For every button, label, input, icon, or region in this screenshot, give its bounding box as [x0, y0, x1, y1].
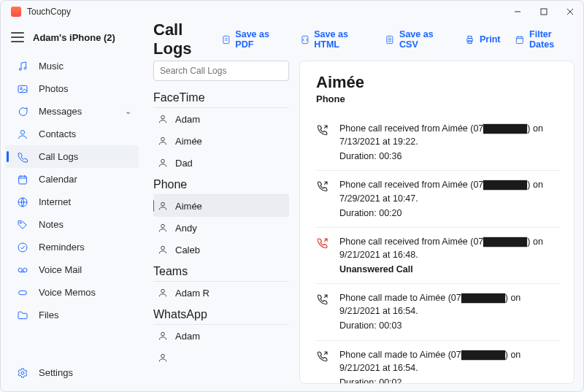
- call-log-text: Phone call received from Aimée (07▇▇▇▇▇▇…: [339, 122, 561, 148]
- contact-row[interactable]: Caleb: [153, 239, 289, 261]
- sidebar-item-label: Internet: [39, 196, 71, 207]
- sidebar-item-label: Files: [39, 310, 58, 320]
- minimize-button[interactable]: [504, 1, 531, 23]
- svg-point-25: [161, 137, 165, 141]
- sidebar-item-photos[interactable]: Photos: [5, 77, 139, 100]
- contact-group-header: Phone: [153, 174, 289, 195]
- call-log-body: Phone call received from Aimée (07▇▇▇▇▇▇…: [339, 235, 561, 276]
- page-title: Call Logs: [153, 20, 221, 58]
- memo-icon: [17, 287, 28, 299]
- save-pdf-button[interactable]: Save as PDF: [221, 29, 285, 50]
- app-logo-icon: [11, 7, 21, 17]
- action-label: Save as HTML: [314, 29, 370, 50]
- contact-row[interactable]: Adam: [153, 108, 289, 130]
- call-log-extra: Duration: 00:36: [339, 150, 561, 163]
- call-log-text: Phone call made to Aimée (07▇▇▇▇▇▇) on 9…: [339, 348, 561, 374]
- sidebar-item-label: Messages: [39, 106, 82, 117]
- contact-row[interactable]: Adam R: [153, 282, 289, 304]
- contact-row[interactable]: [153, 347, 289, 369]
- call-log-text: Phone call made to Aimée (07▇▇▇▇▇▇) on 9…: [339, 291, 561, 318]
- maximize-button[interactable]: [531, 1, 557, 23]
- contact-name: Dad: [175, 158, 193, 169]
- sidebar-item-messages[interactable]: Messages⌄: [5, 100, 139, 123]
- call-log-body: Phone call received from Aimée (07▇▇▇▇▇▇…: [339, 178, 561, 219]
- folder-icon: [17, 310, 28, 321]
- person-icon: [158, 158, 168, 168]
- contact-row[interactable]: Andy: [153, 217, 289, 239]
- svg-rect-23: [517, 36, 523, 43]
- call-out-icon: [316, 293, 329, 306]
- call-log-text: Phone call received from Aimée (07▇▇▇▇▇▇…: [339, 235, 561, 261]
- detail-contact-name: Aimée: [316, 73, 561, 92]
- contact-row[interactable]: Aimée: [153, 195, 289, 217]
- svg-point-29: [161, 246, 165, 250]
- content-row: FaceTimeAdamAiméeDadPhoneAiméeAndyCalebT…: [153, 56, 583, 391]
- call-log-body: Phone call made to Aimée (07▇▇▇▇▇▇) on 9…: [339, 348, 561, 385]
- contact-row[interactable]: Dad: [153, 152, 289, 174]
- contact-row[interactable]: Aimée: [153, 130, 289, 152]
- hamburger-icon[interactable]: [11, 32, 24, 42]
- save-html-button[interactable]: Save as HTML: [300, 29, 371, 50]
- sidebar-item-contacts[interactable]: Contacts: [5, 123, 139, 145]
- contacts-pane: FaceTimeAdamAiméeDadPhoneAiméeAndyCalebT…: [153, 61, 289, 384]
- call-log-entry: Phone call received from Aimée (07▇▇▇▇▇▇…: [316, 228, 561, 284]
- sidebar-item-label: Voice Memos: [39, 287, 96, 298]
- sidebar-item-label: Music: [39, 61, 64, 72]
- contact-name: Adam: [175, 114, 200, 125]
- sidebar-item-internet[interactable]: Internet: [5, 191, 139, 213]
- device-name[interactable]: Adam's iPhone (2): [33, 32, 115, 43]
- sidebar-item-voice-memos[interactable]: Voice Memos: [5, 281, 139, 304]
- detail-panel[interactable]: Aimée Phone Phone call received from Aim…: [299, 61, 575, 384]
- voicemail-icon: [17, 264, 28, 276]
- contact-group-header: Teams: [153, 261, 289, 282]
- contact-name: Caleb: [175, 245, 200, 255]
- svg-rect-9: [19, 176, 27, 184]
- sidebar-item-label: Voice Mail: [39, 264, 82, 275]
- sidebar: Adam's iPhone (2) MusicPhotosMessages⌄Co…: [1, 23, 143, 391]
- phone-icon: [17, 151, 28, 163]
- call-log-extra: Duration: 00:02: [339, 376, 561, 384]
- call-log-extra: Unanswered Call: [339, 263, 561, 276]
- sidebar-item-music[interactable]: Music: [5, 55, 139, 77]
- close-button[interactable]: [557, 1, 583, 23]
- call-log-entry: Phone call received from Aimée (07▇▇▇▇▇▇…: [316, 171, 561, 227]
- sidebar-item-notes[interactable]: Notes: [5, 213, 139, 236]
- call-log-extra: Duration: 00:03: [339, 319, 561, 332]
- save-csv-button[interactable]: Save as CSV: [385, 29, 450, 50]
- gear-icon: [17, 367, 28, 379]
- sidebar-item-call-logs[interactable]: Call Logs: [5, 145, 139, 168]
- contact-row[interactable]: Adam: [153, 325, 289, 347]
- svg-point-31: [161, 332, 165, 336]
- person-icon: [158, 353, 168, 363]
- svg-point-5: [24, 67, 26, 69]
- check-icon: [17, 242, 28, 253]
- sidebar-item-files[interactable]: Files: [5, 304, 139, 326]
- filter-dates-button[interactable]: Filter Dates: [515, 29, 575, 50]
- tag-icon: [17, 219, 28, 231]
- print-button[interactable]: Print: [464, 29, 500, 50]
- action-label: Save as PDF: [235, 29, 285, 50]
- action-label: Save as CSV: [399, 29, 450, 50]
- svg-point-27: [161, 202, 165, 206]
- window-controls: [504, 1, 583, 23]
- call-in-icon: [316, 123, 329, 137]
- person-icon: [158, 331, 168, 341]
- person-icon: [158, 223, 168, 233]
- sidebar-item-label: Photos: [39, 83, 68, 94]
- svg-point-14: [23, 268, 27, 272]
- app-window: TouchCopy Adam's iPhone (2) MusicPhotosM…: [0, 0, 584, 392]
- main-area: Adam's iPhone (2) MusicPhotosMessages⌄Co…: [1, 23, 583, 391]
- contacts-list[interactable]: FaceTimeAdamAiméeDadPhoneAiméeAndyCalebT…: [153, 87, 289, 384]
- sidebar-item-calendar[interactable]: Calendar: [5, 168, 139, 191]
- person-icon: [158, 136, 168, 146]
- svg-point-11: [20, 222, 21, 223]
- sidebar-item-voice-mail[interactable]: Voice Mail: [5, 258, 139, 281]
- sidebar-item-label: Notes: [39, 219, 64, 230]
- sidebar-item-reminders[interactable]: Reminders: [5, 236, 139, 258]
- sidebar-item-settings[interactable]: Settings: [5, 361, 139, 384]
- call-log-list: Phone call received from Aimée (07▇▇▇▇▇▇…: [316, 115, 561, 384]
- call-log-text: Phone call received from Aimée (07▇▇▇▇▇▇…: [339, 178, 561, 204]
- svg-point-4: [19, 68, 21, 70]
- search-input[interactable]: [160, 61, 283, 80]
- search-box[interactable]: [153, 61, 289, 81]
